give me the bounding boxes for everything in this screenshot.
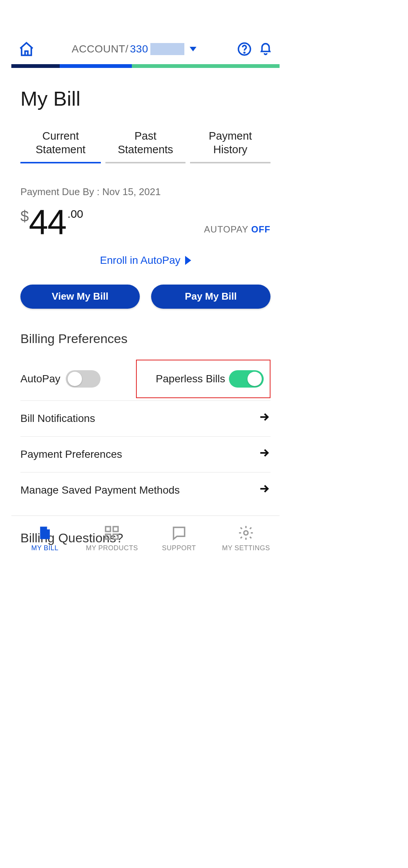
account-label: ACCOUNT/: [72, 43, 128, 55]
due-label: Payment Due By :: [20, 186, 100, 197]
account-selector[interactable]: ACCOUNT/330: [38, 43, 230, 55]
account-number-prefix: 330: [130, 43, 148, 55]
nav-label: SUPPORT: [162, 544, 196, 552]
nav-my-settings[interactable]: MY SETTINGS: [213, 516, 280, 561]
progress-bar: [11, 64, 280, 68]
svg-point-6: [244, 531, 248, 535]
home-icon[interactable]: [18, 41, 35, 57]
enroll-label: Enroll in AutoPay: [100, 254, 180, 266]
bill-tabs: Current Statement Past Statements Paymen…: [20, 129, 270, 163]
chat-icon: [171, 525, 187, 541]
app-header: ACCOUNT/330: [11, 34, 280, 64]
autopay-status: AUTOPAY OFF: [204, 224, 270, 239]
bill-notifications-row[interactable]: Bill Notifications: [20, 401, 270, 437]
paperless-highlight: Paperless Bills: [136, 360, 270, 398]
nav-my-products[interactable]: MY PRODUCTS: [79, 516, 146, 561]
paperless-toggle[interactable]: [229, 370, 264, 388]
autopay-state: OFF: [251, 224, 270, 234]
pref-label: Payment Preferences: [20, 448, 122, 460]
tab-past-statements[interactable]: Past Statements: [105, 129, 186, 163]
tab-current-statement[interactable]: Current Statement: [20, 129, 101, 163]
saved-payment-methods-row[interactable]: Manage Saved Payment Methods: [20, 472, 270, 508]
svg-point-1: [244, 52, 245, 53]
pay-bill-button[interactable]: Pay My Bill: [151, 285, 270, 309]
svg-rect-3: [113, 527, 118, 532]
autopay-toggle-label: AutoPay: [20, 373, 60, 385]
amount-whole: 44: [29, 205, 66, 239]
arrow-right-icon: [258, 446, 270, 462]
svg-rect-5: [113, 534, 118, 539]
billing-preferences: AutoPay Paperless Bills Bill Notificatio…: [20, 357, 270, 508]
account-number-masked: [150, 43, 184, 55]
arrow-right-icon: [258, 482, 270, 498]
svg-rect-4: [106, 534, 111, 539]
arrow-right-icon: [258, 411, 270, 426]
nav-my-bill[interactable]: MY BILL: [11, 516, 79, 561]
chevron-down-icon: [190, 47, 196, 51]
pref-label: Manage Saved Payment Methods: [20, 484, 180, 496]
amount-due: $ 44 .00: [20, 205, 83, 239]
amount-cents: .00: [68, 208, 83, 220]
nav-label: MY SETTINGS: [222, 544, 270, 552]
svg-rect-2: [106, 527, 111, 532]
bill-icon: [37, 525, 53, 541]
gear-icon: [238, 525, 254, 541]
nav-label: MY BILL: [31, 544, 59, 552]
play-icon: [185, 256, 191, 265]
paperless-toggle-label: Paperless Bills: [156, 373, 225, 385]
page-title: My Bill: [20, 87, 270, 110]
tab-payment-history[interactable]: Payment History: [190, 129, 270, 163]
payment-preferences-row[interactable]: Payment Preferences: [20, 437, 270, 472]
enroll-autopay-link[interactable]: Enroll in AutoPay: [20, 254, 270, 266]
notifications-icon[interactable]: [258, 42, 273, 56]
bottom-nav: MY BILL MY PRODUCTS SUPPORT MY SETTINGS: [11, 516, 280, 561]
billing-prefs-heading: Billing Preferences: [20, 331, 270, 346]
view-bill-button[interactable]: View My Bill: [20, 285, 140, 309]
autopay-toggle[interactable]: [66, 370, 100, 388]
currency-symbol: $: [20, 208, 29, 223]
grid-icon: [104, 525, 120, 541]
amount-row: $ 44 .00 AUTOPAY OFF: [20, 205, 270, 239]
due-date: Nov 15, 2021: [102, 186, 161, 197]
pref-label: Bill Notifications: [20, 412, 95, 425]
autopay-label: AUTOPAY: [204, 224, 248, 234]
payment-due: Payment Due By : Nov 15, 2021: [20, 186, 270, 198]
nav-label: MY PRODUCTS: [86, 544, 138, 552]
nav-support[interactable]: SUPPORT: [145, 516, 213, 561]
help-icon[interactable]: [237, 42, 252, 56]
